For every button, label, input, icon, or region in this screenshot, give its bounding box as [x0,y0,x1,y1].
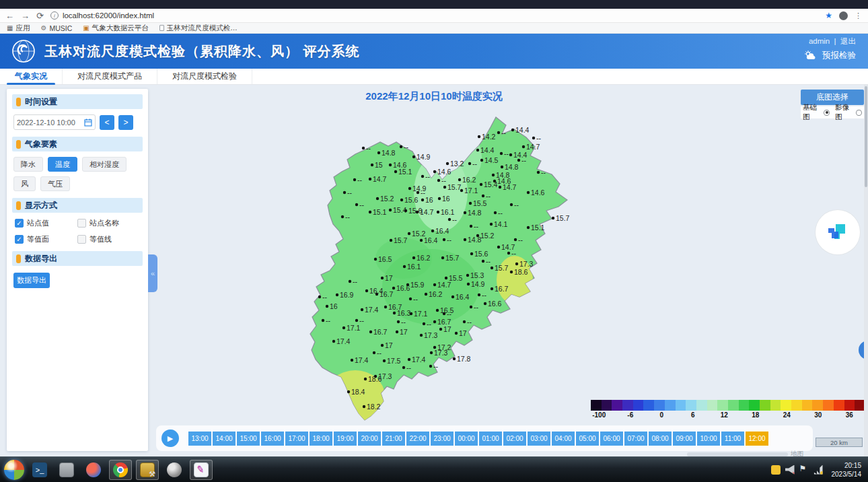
station-dot[interactable] [332,340,335,343]
time-cell[interactable]: 10:00 [697,432,720,446]
basemap-option[interactable]: 影像图 [835,103,862,122]
station-dot[interactable] [389,209,392,211]
station-dot[interactable] [497,131,500,134]
station-dot[interactable] [384,306,387,308]
station-dot[interactable] [349,280,351,283]
tab-item[interactable]: 对流尺度模式检验 [157,69,252,84]
profile-avatar[interactable] [839,11,848,20]
platform-badge-logo[interactable] [816,210,860,254]
station-dot[interactable] [421,199,424,201]
station-dot[interactable] [451,296,454,298]
station-dot[interactable] [343,191,346,194]
bookmark-item[interactable]: ▣气象大数据云平台 [83,24,148,33]
station-dot[interactable] [342,326,345,329]
bookmark-item[interactable]: 玉林对流尺度模式检… [159,24,238,33]
station-dot[interactable] [510,271,513,273]
station-dot[interactable] [433,283,436,286]
station-dot[interactable] [400,199,403,201]
station-dot[interactable] [336,294,338,296]
station-dot[interactable] [494,211,497,214]
station-dot[interactable] [412,256,415,259]
station-dot[interactable] [318,296,321,298]
station-dot[interactable] [347,390,350,393]
station-dot[interactable] [421,175,424,178]
station-dot[interactable] [408,358,410,361]
time-cell[interactable]: 08:00 [649,432,672,446]
forward-icon[interactable]: → [21,11,30,20]
station-dot[interactable] [410,312,412,315]
volume-muted-icon[interactable] [785,465,795,475]
logout-link[interactable]: 退出 [840,37,856,45]
station-dot[interactable] [500,152,503,155]
station-dot[interactable] [361,308,363,311]
bookmark-star-icon[interactable]: ★ [825,11,832,20]
station-dot[interactable] [390,239,392,242]
map-area[interactable]: 14.2--14.4--14.714.4--14.414.5--14.914.8… [0,85,868,456]
db-tools-taskbar-button[interactable] [136,460,159,480]
element-button[interactable]: 温度 [48,157,77,172]
station-dot[interactable] [490,223,493,226]
station-dot[interactable] [443,186,446,188]
browser-menu-icon[interactable]: ⋮ [855,11,863,20]
time-cell[interactable]: 05:00 [576,432,599,446]
station-dot[interactable] [423,322,425,325]
station-dot[interactable] [458,178,461,181]
station-dot[interactable] [455,332,458,335]
network-warning-icon[interactable] [813,465,823,475]
station-dot[interactable] [438,197,441,200]
datetime-input[interactable]: 2022-12-10 10:00 [13,114,96,130]
time-cell[interactable]: 16:00 [261,432,284,446]
time-cell[interactable]: 21:00 [382,432,405,446]
address-bar[interactable]: i localhost:62000/index.html [50,11,818,20]
station-dot[interactable] [408,187,411,190]
ime-icon[interactable] [771,465,781,475]
station-dot[interactable] [446,162,449,165]
element-button[interactable]: 降水 [13,157,43,172]
prev-time-button[interactable]: < [100,115,114,130]
station-dot[interactable] [464,211,466,214]
station-dot[interactable] [364,378,367,380]
station-dot[interactable] [393,312,396,314]
station-dot[interactable] [389,164,392,166]
station-dot[interactable] [482,195,484,197]
station-dot[interactable] [429,365,432,368]
station-dot[interactable] [437,211,439,213]
flag-icon[interactable] [799,465,809,475]
station-dot[interactable] [417,191,419,194]
station-dot[interactable] [470,225,472,228]
station-dot[interactable] [362,147,365,149]
station-dot[interactable] [482,260,484,263]
station-dot[interactable] [369,331,372,333]
display-option[interactable]: ✓站点值 [15,218,77,228]
time-cell[interactable]: 09:00 [673,432,696,446]
station-dot[interactable] [420,334,423,337]
station-dot[interactable] [480,159,483,162]
station-dot[interactable] [443,312,445,315]
station-dot[interactable] [341,215,344,218]
station-dot[interactable] [433,170,436,173]
station-dot[interactable] [402,366,405,369]
time-cell[interactable]: 18:00 [310,432,332,446]
station-dot[interactable] [355,319,358,322]
station-dot[interactable] [463,320,466,323]
time-cell[interactable]: 07:00 [624,432,647,446]
page-info-icon[interactable]: i [50,11,59,20]
mode-switch[interactable]: 预报检验 [803,50,856,61]
station-dot[interactable] [511,129,514,131]
station-dot[interactable] [363,405,365,408]
taskbar-clock[interactable]: 20:15 2023/5/14 [832,461,862,479]
browser-sphere-taskbar-button[interactable] [82,460,105,480]
station-dot[interactable] [478,135,480,138]
station-dot[interactable] [480,183,482,186]
windows-start-icon[interactable] [4,460,24,480]
station-dot[interactable] [466,274,469,277]
station-dot[interactable] [412,156,415,158]
server-manager-taskbar-button[interactable] [55,460,78,480]
time-cell[interactable]: 06:00 [600,432,623,446]
station-dot[interactable] [499,186,501,188]
station-dot[interactable] [400,145,402,148]
station-dot[interactable] [527,191,530,194]
station-dot[interactable] [374,258,377,261]
time-cell[interactable]: 23:00 [431,432,454,446]
station-dot[interactable] [404,209,407,212]
